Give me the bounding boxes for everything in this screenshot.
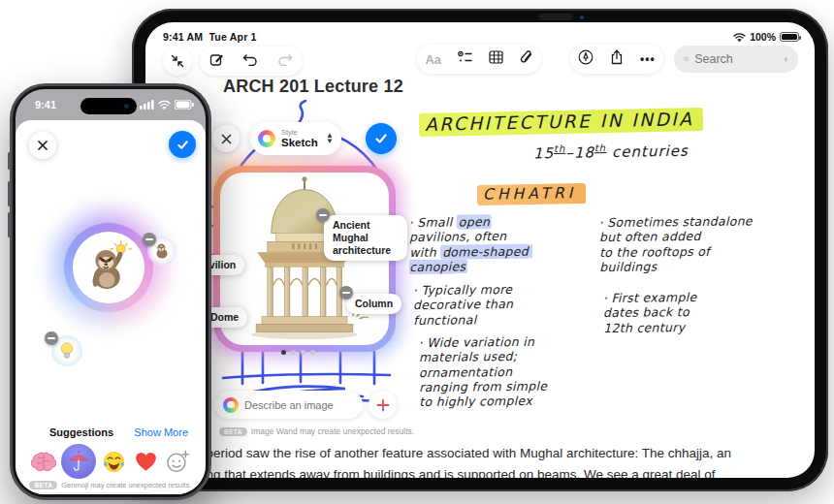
iphone-status-time: 9:41 (35, 99, 56, 110)
laughing-emoji-suggestion[interactable] (99, 447, 128, 476)
compose-button[interactable] (209, 52, 224, 71)
genmoji-accept-button[interactable] (169, 131, 196, 158)
beta-badge: BETA (219, 427, 247, 436)
apple-intelligence-icon (223, 397, 239, 413)
plus-icon (376, 398, 390, 412)
undo-button[interactable] (242, 52, 258, 70)
section-text: CHHATRI (477, 183, 587, 205)
attachment-button[interactable] (520, 50, 533, 69)
action-button (8, 152, 11, 170)
dictation-mic-icon[interactable] (784, 53, 788, 66)
handwritten-section-title: CHHATRI (477, 184, 587, 204)
sloth-lightbulb-genmoji (80, 239, 137, 296)
ipad-time: 9:41 AM (163, 31, 203, 43)
table-button[interactable] (489, 50, 503, 68)
text-format-button[interactable]: Aa (425, 52, 441, 67)
ipad-screen: 9:41 AM Tue Apr 1 100% Aa (145, 22, 815, 478)
markup-pen-button[interactable] (578, 49, 593, 69)
beta-badge: BETA (29, 481, 57, 489)
brain-emoji-suggestion[interactable] (29, 447, 58, 476)
close-icon (37, 140, 48, 151)
genmoji-preview (73, 232, 144, 303)
person-genmoji-button[interactable] (169, 492, 196, 494)
battery-icon (175, 100, 194, 110)
redo-button[interactable] (277, 52, 293, 70)
search-bar[interactable] (674, 46, 798, 73)
brain-icon (31, 451, 56, 472)
collapse-toolbar-button[interactable] (163, 47, 192, 76)
remove-tag-main-button[interactable] (316, 208, 330, 222)
collapse-arrows-icon (171, 54, 184, 68)
image-wand-accept-button[interactable] (366, 123, 397, 154)
actions-group: ••• (570, 45, 663, 74)
ipad-camera (539, 14, 572, 20)
chevron-up-down-icon[interactable]: ▲▼ (326, 133, 334, 145)
suggestion-emoji-row (29, 444, 192, 479)
remove-sloth-ingredient-button[interactable] (143, 233, 156, 246)
ipad-camera-dot (580, 16, 584, 19)
style-selector[interactable]: Style Sketch ▲▼ (250, 122, 341, 155)
remove-tag-column-button[interactable] (339, 286, 353, 299)
show-more-link[interactable]: Show More (134, 426, 188, 438)
checkmark-icon (176, 139, 189, 151)
tag-column[interactable]: Column (346, 294, 401, 314)
wifi-icon (733, 32, 746, 42)
heart-emoji-suggestion[interactable] (131, 447, 160, 476)
ipad-status-time: 9:41 AM Tue Apr 1 (163, 31, 257, 43)
genmoji-beta-disclaimer: BETA Genmoji may create unexpected resul… (16, 481, 206, 489)
checklist-button[interactable] (458, 50, 472, 68)
suggestions-label: Suggestions (49, 426, 113, 438)
remove-lightbulb-ingredient-button[interactable] (45, 331, 58, 345)
new-genmoji-suggestion[interactable] (163, 447, 192, 476)
search-input[interactable] (694, 52, 778, 66)
share-button[interactable] (610, 49, 624, 69)
image-wand-prompt-field[interactable] (214, 391, 363, 419)
more-options-button[interactable]: ••• (640, 52, 656, 66)
volume-up-button (8, 181, 11, 206)
note-bullet-1: · Small open pavilions, often with dome-… (409, 213, 594, 274)
note-bullet-2: · Typically more decorative than functio… (413, 281, 597, 328)
style-value: Sketch (281, 137, 320, 149)
umbrella-icon (67, 450, 90, 473)
image-pager-dots[interactable] (281, 350, 315, 355)
handwritten-heading: ARCHITECTURE IN INDIA (419, 109, 704, 135)
marketing-canvas: 9:41 AM Tue Apr 1 100% Aa (0, 0, 834, 504)
paragraph-line-1: s period saw the rise of another feature… (196, 446, 731, 460)
search-icon (684, 53, 689, 65)
apple-intelligence-icon (258, 130, 275, 147)
volume-down-button (8, 212, 11, 237)
laughing-face-icon (102, 450, 126, 474)
note-title: ARCH 201 Lecture 12 (223, 77, 403, 97)
umbrella-emoji-suggestion-selected[interactable] (61, 444, 96, 479)
note-bullet-3: · Wide variation in materials used; orna… (419, 333, 614, 409)
close-icon (221, 134, 232, 144)
tag-ancient-mughal[interactable]: Ancient Mughal architecture (324, 215, 407, 261)
battery-percent: 100% (750, 31, 776, 43)
note-bullet-4: · Sometimes standalone but often added t… (599, 213, 794, 274)
lightbulb-icon (58, 341, 76, 361)
edit-history-group (200, 47, 303, 76)
describe-image-input[interactable] (244, 399, 351, 411)
ipad-date: Tue Apr 1 (209, 31, 257, 43)
genmoji-prompt-field[interactable] (27, 492, 163, 494)
image-wand-close-button[interactable] (212, 125, 240, 152)
iphone-screen: 9:41 (16, 89, 206, 494)
handwritten-subheading: 15th–18th centuries (533, 142, 689, 163)
beta-disclaimer-text: Image Wand may create unexpected results… (251, 426, 414, 436)
ipad-status-right: 100% (733, 31, 799, 43)
checkmark-icon (374, 132, 388, 145)
style-label: Style (281, 129, 320, 137)
add-image-button[interactable] (369, 391, 397, 419)
genmoji-close-button[interactable] (29, 132, 56, 159)
beta-disclaimer-text: Genmoji may create unexpected results. (61, 481, 191, 489)
cellular-signal-icon (140, 100, 154, 110)
note-bullet-5: · First example dates back to 12th centu… (603, 289, 787, 335)
smiley-plus-icon (166, 450, 190, 474)
image-wand-beta-disclaimer: BETA Image Wand may create unexpected re… (219, 426, 414, 436)
dynamic-island (80, 98, 137, 114)
genmoji-sheet: Suggestions Show More (16, 120, 206, 494)
iphone-status-icons (140, 100, 194, 110)
ipad-device: 9:41 AM Tue Apr 1 100% Aa (132, 9, 828, 491)
genmoji-preview-ring (64, 223, 153, 312)
format-tools-group: Aa (417, 45, 541, 74)
